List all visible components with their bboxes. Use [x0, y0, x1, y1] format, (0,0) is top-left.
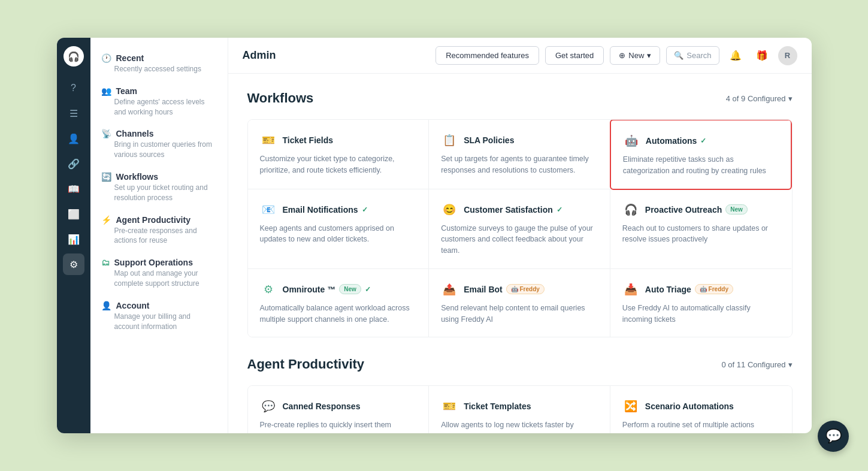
ticket-fields-name: Ticket Fields	[283, 135, 334, 145]
feature-card-scenario-automations[interactable]: 🔀 Scenario Automations Perform a routine…	[610, 386, 792, 433]
feature-card-email-bot[interactable]: 📤 Email Bot 🤖 Freddy Send relevant help …	[429, 269, 610, 337]
nav-icon-help[interactable]: ?	[63, 77, 84, 99]
automations-check-icon: ✓	[700, 137, 706, 145]
omniroute-desc: Automatically balance agent workload acr…	[260, 303, 417, 325]
sidebar-item-channels[interactable]: 📡 Channels Bring in customer queries fro…	[90, 123, 228, 166]
agent-productivity-title: Agent Productivity	[247, 357, 365, 372]
new-button-label: New	[628, 51, 644, 60]
gift-button[interactable]: 🎁	[752, 46, 772, 66]
agent-productivity-section-header: Agent Productivity 0 of 11 Configured ▾	[247, 357, 793, 372]
get-started-button[interactable]: Get started	[545, 46, 604, 65]
sidebar-channels-label: Channels	[116, 129, 154, 138]
ticket-templates-icon: 🎫	[441, 398, 458, 415]
app-logo[interactable]: 🎧	[63, 46, 84, 67]
feature-card-auto-triage[interactable]: 📥 Auto Triage 🤖 Freddy Use Freddy AI to …	[610, 269, 792, 337]
omniroute-new-badge: New	[339, 284, 361, 294]
feature-card-proactive-outreach[interactable]: 🎧 Proactive Outreach New Reach out to cu…	[610, 189, 792, 269]
workflows-config-count[interactable]: 4 of 9 Configured ▾	[726, 94, 793, 103]
ticket-templates-name: Ticket Templates	[464, 401, 531, 411]
ticket-fields-desc: Customize your ticket type to categorize…	[260, 153, 417, 176]
sidebar-account-desc: Manage your billing and account informat…	[101, 312, 217, 332]
customer-satisfaction-check-icon: ✓	[557, 206, 562, 214]
feature-card-omniroute[interactable]: ⚙ Omniroute ™ New ✓ Automatically balanc…	[248, 269, 430, 337]
automations-icon: 🤖	[623, 132, 640, 149]
canned-responses-name: Canned Responses	[283, 401, 361, 411]
email-notifications-desc: Keep agents and customers apprised on up…	[260, 223, 417, 246]
account-icon: 👤	[101, 301, 111, 310]
feature-card-automations[interactable]: 🤖 Automations ✓ Eliminate repetitive tas…	[610, 119, 793, 190]
sidebar-agent-productivity-desc: Pre-create responses and actions for reu…	[101, 226, 217, 246]
sidebar-item-team[interactable]: 👥 Team Define agents' access levels and …	[90, 80, 228, 123]
customer-satisfaction-icon: 😊	[441, 201, 458, 218]
canned-responses-desc: Pre-create replies to quickly insert the…	[260, 419, 417, 431]
automations-name: Automations	[646, 136, 697, 146]
sla-policies-icon: 📋	[441, 132, 458, 149]
sidebar-workflows-label: Workflows	[116, 172, 159, 182]
workflows-title: Workflows	[247, 90, 314, 106]
sla-policies-name: SLA Policies	[464, 135, 514, 145]
chevron-down-icon-2: ▾	[788, 360, 793, 369]
chat-fab-button[interactable]: 💬	[818, 421, 849, 452]
scenario-automations-desc: Perform a routine set of multiple action…	[622, 419, 780, 431]
sidebar-recent-desc: Recently accessed settings	[101, 64, 217, 74]
omniroute-name: Omniroute ™	[283, 285, 336, 294]
search-button[interactable]: 🔍 Search	[666, 46, 719, 65]
omniroute-icon: ⚙	[260, 281, 277, 298]
new-button-icon: ⊕	[619, 51, 625, 60]
nav-icon-reports[interactable]: 📊	[63, 228, 84, 250]
sidebar-recent-label: Recent	[116, 53, 144, 63]
nav-icon-settings[interactable]: ⚙	[63, 253, 84, 275]
recent-icon: 🕐	[101, 53, 111, 63]
sidebar: 🕐 Recent Recently accessed settings 👥 Te…	[90, 38, 228, 433]
sidebar-item-account[interactable]: 👤 Account Manage your billing and accoun…	[90, 295, 228, 338]
header: Admin Recommended features Get started ⊕…	[228, 38, 812, 74]
recommended-features-button[interactable]: Recommended features	[435, 46, 539, 65]
main-area: Admin Recommended features Get started ⊕…	[228, 38, 812, 433]
email-notifications-name: Email Notifications	[283, 205, 358, 215]
proactive-outreach-icon: 🎧	[622, 201, 639, 218]
sidebar-workflows-desc: Set up your ticket routing and resolutio…	[101, 183, 217, 203]
notifications-button[interactable]: 🔔	[725, 46, 746, 66]
email-notifications-check-icon: ✓	[362, 206, 368, 214]
nav-icon-contacts[interactable]: 👤	[63, 128, 84, 149]
sidebar-account-label: Account	[116, 301, 150, 310]
proactive-outreach-desc: Reach out to customers to share updates …	[622, 223, 780, 246]
email-bot-desc: Send relevant help content to email quer…	[441, 303, 598, 325]
chevron-down-icon: ▾	[788, 94, 793, 103]
proactive-outreach-badge: New	[725, 204, 748, 215]
email-notifications-icon: 📧	[260, 201, 277, 218]
automations-desc: Eliminate repetitive tasks such as categ…	[623, 154, 779, 177]
nav-icon-kb[interactable]: 📖	[63, 178, 84, 200]
content-area: Workflows 4 of 9 Configured ▾ 🎫 Ticket F…	[228, 74, 812, 433]
feature-card-ticket-templates[interactable]: 🎫 Ticket Templates Allow agents to log n…	[429, 386, 610, 433]
sidebar-item-recent[interactable]: 🕐 Recent Recently accessed settings	[90, 47, 228, 80]
auto-triage-desc: Use Freddy AI to automatically classify …	[622, 303, 780, 325]
ticket-fields-icon: 🎫	[260, 132, 277, 149]
new-button[interactable]: ⊕ New ▾	[610, 46, 660, 65]
auto-triage-name: Auto Triage	[645, 285, 691, 294]
sidebar-support-ops-label: Support Operations	[114, 258, 193, 267]
sidebar-item-agent-productivity[interactable]: ⚡ Agent Productivity Pre-create response…	[90, 209, 228, 252]
feature-card-ticket-fields[interactable]: 🎫 Ticket Fields Customize your ticket ty…	[248, 120, 430, 189]
omniroute-check-icon: ✓	[365, 285, 371, 294]
email-bot-icon: 📤	[441, 281, 458, 298]
email-bot-freddy-badge: 🤖 Freddy	[506, 284, 545, 294]
feature-card-sla-policies[interactable]: 📋 SLA Policies Set up targets for agents…	[429, 120, 610, 189]
agent-productivity-grid: 💬 Canned Responses Pre-create replies to…	[247, 385, 793, 433]
sidebar-item-support-operations[interactable]: 🗂 Support Operations Map out and manage …	[90, 252, 228, 295]
scenario-automations-name: Scenario Automations	[645, 401, 734, 411]
feature-card-email-notifications[interactable]: 📧 Email Notifications ✓ Keep agents and …	[248, 189, 430, 269]
nav-icon-scenarios[interactable]: ⬜	[63, 203, 84, 225]
feature-card-canned-responses[interactable]: 💬 Canned Responses Pre-create replies to…	[248, 386, 430, 433]
sidebar-item-workflows[interactable]: 🔄 Workflows Set up your ticket routing a…	[90, 166, 228, 209]
auto-triage-icon: 📥	[622, 281, 639, 298]
nav-icon-solutions[interactable]: 🔗	[63, 153, 84, 174]
nav-icon-tickets[interactable]: ☰	[63, 102, 84, 124]
page-title: Admin	[243, 49, 430, 62]
workflows-grid: 🎫 Ticket Fields Customize your ticket ty…	[247, 119, 793, 337]
agent-productivity-config-label: 0 of 11 Configured	[722, 360, 786, 369]
feature-card-customer-satisfaction[interactable]: 😊 Customer Satisfaction ✓ Customize surv…	[429, 189, 610, 269]
channels-icon: 📡	[101, 129, 111, 138]
avatar[interactable]: R	[778, 46, 797, 65]
agent-productivity-config-count[interactable]: 0 of 11 Configured ▾	[722, 360, 793, 369]
